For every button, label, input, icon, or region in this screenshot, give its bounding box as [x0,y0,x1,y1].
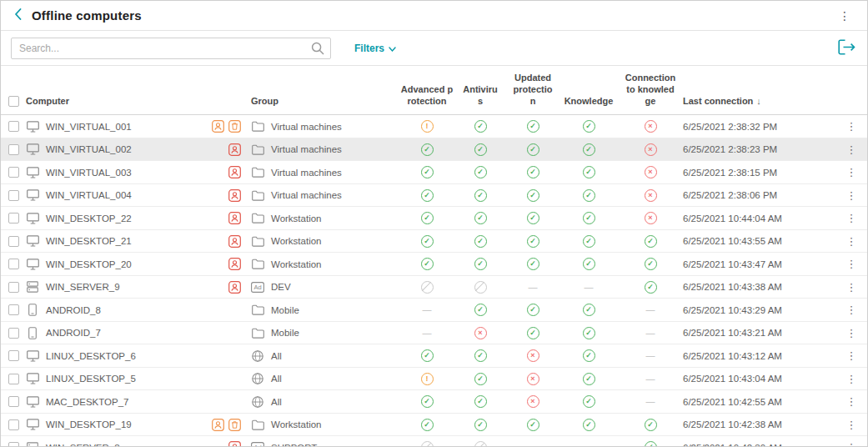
status-error-icon: × [527,349,539,362]
table-row[interactable]: WIN_DESKTOP_19 Workstation ✓ ✓ ✓ ✓ ✓ 6/2… [1,414,867,437]
export-button[interactable] [836,38,857,59]
advanced-protection-status: ✓ [399,349,454,362]
kebab-vertical-icon: ⋮ [846,120,857,133]
column-header-knowledge[interactable]: Knowledge [559,96,618,108]
row-checkbox[interactable] [8,304,19,315]
filters-button[interactable]: Filters [354,43,396,54]
status-ok-icon: ✓ [421,143,434,156]
row-menu-button[interactable]: ⋮ [842,394,861,409]
user-badge-icon [228,189,241,202]
status-ok-icon: ✓ [474,395,487,408]
search-input[interactable] [11,38,331,59]
updated-protection-status: × [506,395,559,408]
desktop-icon [26,235,39,247]
row-menu-button[interactable]: ⋮ [842,371,861,387]
back-button[interactable] [13,7,23,24]
page-menu-button[interactable]: ⋮ [834,8,855,23]
row-menu-button[interactable]: ⋮ [842,164,861,180]
row-checkbox[interactable] [8,259,19,269]
sort-desc-icon[interactable]: ↓ [756,96,761,108]
column-header-connection[interactable]: Connection to knowledge [618,73,683,107]
row-checkbox[interactable] [8,442,19,447]
column-header-antivirus[interactable]: Antivirus [454,84,506,108]
row-menu-button[interactable]: ⋮ [842,302,861,318]
row-checkbox[interactable] [8,121,19,132]
table-row[interactable]: WIN_DESKTOP_20 Workstation ✓ ✓ ✓ ✓ ✓ 6/2… [1,253,867,276]
row-menu-button[interactable]: ⋮ [842,142,861,158]
knowledge-status: ✓ [559,373,618,385]
row-menu-button[interactable]: ⋮ [842,234,861,249]
row-checkbox[interactable] [8,190,19,201]
group-name: Virtual machines [271,168,342,178]
row-checkbox[interactable] [8,144,19,155]
row-checkbox[interactable] [8,167,19,178]
desktop-icon [26,121,39,133]
connection-status: — [618,374,683,384]
table-row[interactable]: WIN_VIRTUAL_003 Virtual machines ✓ ✓ ✓ ✓… [1,161,867,184]
knowledge-status: ✓ [559,189,618,202]
advanced-protection-status [399,281,454,294]
status-na-icon [474,441,487,447]
row-checkbox[interactable] [8,213,19,224]
column-header-group[interactable]: Group [251,96,399,108]
table-row[interactable]: LINUX_DESKTOP_6 All ✓ ✓ × ✓ — 6/25/2021 … [1,344,867,368]
globe-icon [251,396,264,408]
row-checkbox[interactable] [8,328,19,339]
row-menu-button[interactable]: ⋮ [842,325,861,341]
select-all-checkbox[interactable] [8,96,19,107]
antivirus-status: × [454,327,506,339]
desktop-icon [26,189,39,201]
table-row[interactable]: WIN_VIRTUAL_004 Virtual machines ✓ ✓ ✓ ✓… [1,184,867,208]
row-checkbox[interactable] [8,374,19,384]
badge-list [228,189,241,202]
row-menu-button[interactable]: ⋮ [842,210,861,226]
status-ok-icon: ✓ [474,258,487,270]
column-header-computer[interactable]: Computer [26,96,251,108]
last-connection: 6/25/2021 2:38:15 PM [683,168,835,178]
table-row[interactable]: WIN_SERVER_8 Ad SUPPORT — — ✓ 6/25/2021 … [1,436,867,447]
updated-protection-status: × [506,349,559,362]
table-row[interactable]: LINUX_DESKTOP_5 All ! ✓ × ✓ — 6/25/2021 … [1,368,867,391]
folder-icon [251,144,264,155]
row-checkbox[interactable] [8,282,19,293]
row-checkbox[interactable] [8,419,19,430]
svg-text:Ad: Ad [253,284,261,291]
table-row[interactable]: ANDROID_7 Mobile — × ✓ ✓ — 6/25/2021 10:… [1,322,867,345]
status-ok-icon: ✓ [583,120,595,133]
table-row[interactable]: WIN_SERVER_9 Ad DEV — — ✓ 6/25/2021 10:4… [1,276,867,299]
row-menu-button[interactable]: ⋮ [842,417,861,433]
antivirus-status [454,441,506,447]
connection-status: ✓ [618,235,683,248]
row-menu-button[interactable]: ⋮ [842,256,861,272]
row-checkbox[interactable] [8,350,19,361]
table-row[interactable]: ANDROID_8 Mobile — ✓ ✓ ✓ — 6/25/2021 10:… [1,299,867,322]
desktop-icon [26,373,39,384]
row-checkbox[interactable] [8,236,19,247]
row-menu-button[interactable]: ⋮ [842,188,861,203]
column-header-advanced-protection[interactable]: Advanced protection [399,84,454,108]
table-row[interactable]: WIN_VIRTUAL_001 Virtual machines ! ✓ ✓ ✓… [1,115,867,138]
table-row[interactable]: MAC_DESKTOP_7 All ✓ ✓ × ✓ — 6/25/2021 10… [1,390,867,414]
table-row[interactable]: WIN_DESKTOP_21 Workstation ✓ ✓ ✓ ✓ ✓ 6/2… [1,230,867,254]
column-header-updated-protection[interactable]: Updated protection [506,73,559,107]
offline-computers-window: Offline computers ⋮ Filters Computer Gro… [0,0,868,447]
table-row[interactable]: WIN_VIRTUAL_002 Virtual machines ✓ ✓ ✓ ✓… [1,138,867,162]
table-row[interactable]: WIN_DESKTOP_22 Workstation ✓ ✓ ✓ ✓ × 6/2… [1,207,867,230]
column-header-last-connection[interactable]: Last connection ↓ [683,96,835,108]
antivirus-status [454,281,506,294]
antivirus-status: ✓ [454,349,506,362]
row-menu-button[interactable]: ⋮ [842,439,861,447]
row-menu-button[interactable]: ⋮ [842,348,861,364]
advanced-protection-status: ✓ [399,212,454,224]
status-ok-icon: ✓ [474,304,487,316]
row-checkbox[interactable] [8,396,19,407]
group-name: Virtual machines [271,144,342,154]
row-menu-button[interactable]: ⋮ [842,279,861,295]
knowledge-status: ✓ [559,143,618,156]
knowledge-status: ✓ [559,349,618,362]
updated-protection-status: ✓ [506,189,559,202]
connection-status: — [618,329,683,338]
computer-name: WIN_SERVER_8 [46,443,120,447]
row-menu-button[interactable]: ⋮ [842,118,861,134]
status-ok-icon: ✓ [527,327,539,339]
